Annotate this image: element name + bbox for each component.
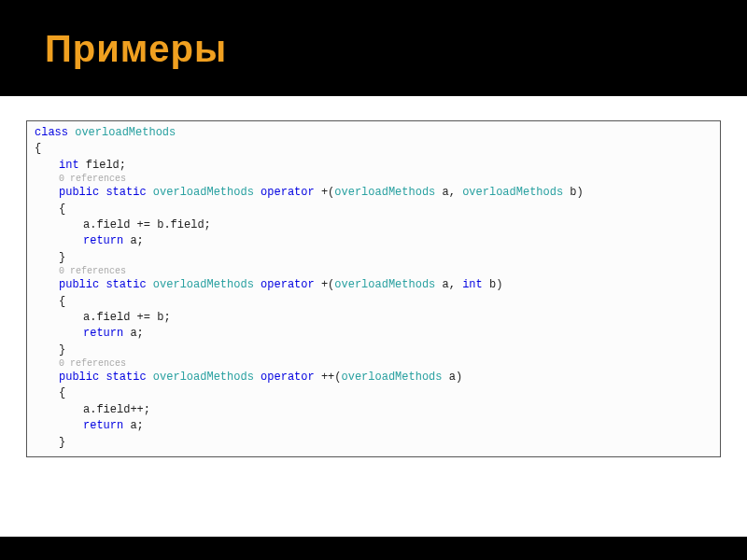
code-line: a.field += b.field;: [35, 217, 712, 233]
code-line: }: [35, 343, 712, 358]
code-line: int field;: [35, 158, 712, 174]
slide-title: Примеры: [45, 28, 747, 70]
content-area: class overloadMethods { int field; 0 ref…: [0, 98, 747, 537]
code-line: }: [35, 435, 712, 451]
codelens-reference: 0 references: [35, 266, 712, 277]
code-line: return a;: [35, 326, 712, 342]
code-line: public static overloadMethods operator +…: [35, 185, 712, 201]
code-line: public static overloadMethods operator +…: [35, 277, 712, 293]
code-example-box: class overloadMethods { int field; 0 ref…: [26, 120, 721, 457]
code-line: public static overloadMethods operator +…: [35, 370, 712, 385]
code-line: {: [35, 385, 712, 401]
code-line: {: [35, 141, 712, 157]
code-line: return a;: [35, 418, 712, 434]
codelens-reference: 0 references: [35, 174, 712, 185]
code-line: }: [35, 250, 712, 266]
codelens-reference: 0 references: [35, 358, 712, 370]
code-line: return a;: [35, 233, 712, 249]
code-line: a.field += b;: [35, 310, 712, 326]
code-line: class overloadMethods: [35, 125, 712, 141]
code-line: {: [35, 202, 712, 217]
code-line: {: [35, 294, 712, 310]
code-line: a.field++;: [35, 402, 712, 418]
slide-header: Примеры: [0, 0, 747, 89]
